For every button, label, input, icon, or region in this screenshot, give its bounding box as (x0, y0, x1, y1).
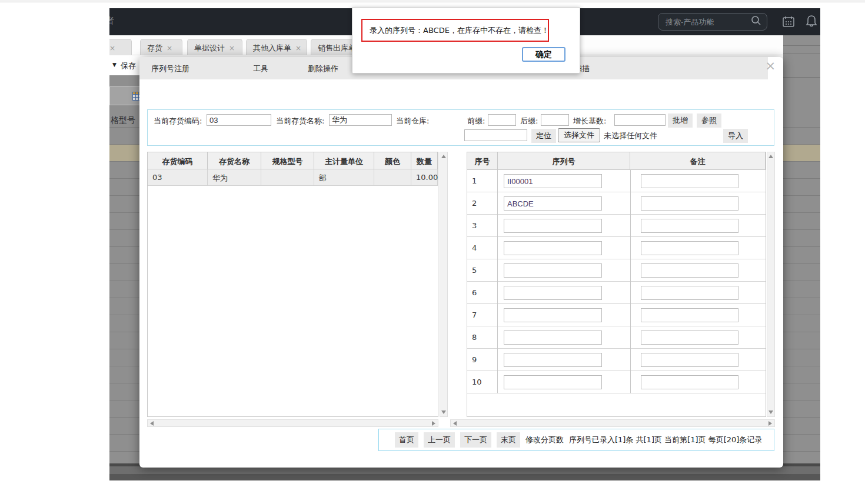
tab-close-icon[interactable]: × (167, 44, 172, 52)
serial-row-number: 6 (467, 282, 498, 304)
stock-cell[interactable]: 10.00 (411, 169, 438, 186)
ok-button[interactable]: 确定 (522, 47, 565, 62)
scroll-left-icon[interactable] (150, 421, 154, 426)
note-input-9[interactable] (641, 353, 738, 367)
modify-page-size-button[interactable]: 修改分页数 (525, 435, 564, 445)
tab-close-icon[interactable]: × (229, 44, 235, 52)
serial-col-header: 序号 (467, 152, 498, 170)
search-input[interactable] (658, 18, 751, 26)
serial-row-5: 5 (467, 259, 766, 282)
stock-table-hscrollbar[interactable] (147, 419, 438, 427)
next-page-button[interactable]: 下一页 (460, 432, 491, 448)
bell-icon[interactable] (804, 14, 819, 32)
import-button[interactable]: 导入 (723, 129, 748, 143)
scroll-right-icon[interactable] (432, 421, 435, 426)
stock-table-vscrollbar[interactable] (440, 152, 448, 417)
scroll-down-icon[interactable] (441, 410, 446, 414)
serial-col-header: 序列号 (498, 152, 630, 170)
menu-item-2[interactable]: 工具 (253, 64, 268, 74)
file-status-text: 未选择任何文件 (604, 131, 657, 141)
tab-label: 存货 (147, 44, 162, 52)
choose-file-button[interactable]: 选择文件 (558, 128, 600, 142)
current-warehouse-label: 当前仓库: (396, 116, 429, 126)
stock-cell[interactable] (261, 169, 314, 186)
serial-row-8: 8 (467, 326, 766, 349)
prev-page-button[interactable]: 上一页 (424, 432, 455, 448)
tab-3[interactable]: 单据设计× (187, 39, 242, 55)
stock-col-header: 存货编码 (148, 152, 208, 169)
menu-item-1[interactable]: 序列号注册 (151, 64, 189, 74)
serial-row-number: 10 (467, 371, 498, 393)
serial-input-2[interactable] (504, 196, 602, 211)
pagination-bar: 首页 上一页 下一页 末页 修改分页数 序列号已录入[1]条 共[1]页 当前第… (378, 429, 774, 451)
serial-input-1[interactable] (504, 174, 602, 188)
stock-col-header: 规格型号 (261, 152, 314, 169)
note-input-2[interactable] (641, 196, 738, 211)
serial-row-number: 5 (467, 259, 498, 282)
reference-button[interactable]: 参照 (697, 114, 721, 128)
locate-button[interactable]: 定位 (531, 129, 556, 143)
note-input-4[interactable] (641, 241, 738, 255)
close-icon[interactable]: × (765, 59, 776, 73)
batch-increase-button[interactable]: 批增 (668, 114, 693, 128)
serial-input-9[interactable] (504, 353, 602, 367)
serial-table-vscrollbar[interactable] (767, 152, 775, 417)
save-button[interactable]: 保存 (121, 61, 136, 71)
current-stock-name-input[interactable] (329, 114, 392, 126)
modal-overlay-right (783, 35, 820, 75)
growth-base-input[interactable] (614, 114, 666, 126)
background-column-label: 格型号 (111, 115, 135, 126)
serial-table-hscrollbar[interactable] (450, 419, 775, 427)
note-input-8[interactable] (641, 331, 738, 345)
serial-row-number: 4 (467, 237, 498, 259)
scroll-up-icon[interactable] (441, 155, 446, 158)
error-popup: 录入的序列号：ABCDE，在库存中不存在，请检查！ 确定 (352, 7, 580, 74)
tab-2[interactable]: 存货× (140, 39, 182, 55)
serial-input-7[interactable] (504, 308, 602, 322)
serial-input-4[interactable] (504, 241, 602, 255)
scroll-down-icon[interactable] (768, 410, 773, 414)
note-input-1[interactable] (641, 174, 738, 188)
first-page-button[interactable]: 首页 (395, 432, 418, 448)
stock-cell[interactable]: 部 (314, 169, 374, 186)
note-input-7[interactable] (641, 308, 738, 322)
serial-input-5[interactable] (504, 263, 602, 278)
stock-cell[interactable] (374, 169, 411, 186)
serial-input-3[interactable] (504, 219, 602, 233)
suffix-input[interactable] (541, 114, 569, 126)
serial-row-1: 1 (467, 170, 766, 192)
search-icon[interactable] (751, 15, 761, 28)
tab-4[interactable]: 其他入库单× (246, 39, 307, 55)
serial-input-8[interactable] (504, 331, 602, 345)
locate-input[interactable] (464, 129, 527, 141)
current-stock-code-input[interactable] (207, 114, 271, 126)
chevron-down-icon[interactable]: ▼ (112, 62, 117, 68)
scroll-left-icon[interactable] (453, 421, 457, 426)
note-input-6[interactable] (641, 286, 738, 300)
scroll-up-icon[interactable] (768, 155, 773, 158)
header-partial-title: 者 (109, 15, 118, 28)
scroll-right-icon[interactable] (768, 421, 772, 426)
tab-1[interactable]: 式× (109, 39, 132, 55)
calendar-icon[interactable] (782, 15, 795, 31)
serial-input-6[interactable] (504, 286, 602, 300)
page: 者 式×存货×单据设计×其他入库单×销售出库单 ▼ 保存 (0, 0, 865, 504)
serial-col-header: 备注 (630, 152, 766, 170)
serial-row-7: 7 (467, 304, 766, 326)
tab-close-icon[interactable]: × (295, 44, 301, 52)
serial-row-number: 2 (467, 192, 498, 215)
serial-input-10[interactable] (504, 375, 602, 389)
prefix-input[interactable] (488, 114, 516, 126)
product-search-box[interactable] (658, 13, 767, 31)
serial-table: 序号序列号备注12345678910 (467, 152, 766, 417)
note-input-10[interactable] (641, 375, 738, 389)
tab-close-icon[interactable]: × (109, 44, 115, 52)
note-input-3[interactable] (641, 219, 738, 233)
stock-cell[interactable]: 03 (148, 169, 208, 186)
serial-row-number: 7 (467, 304, 498, 326)
last-page-button[interactable]: 末页 (497, 432, 520, 448)
note-input-5[interactable] (641, 263, 738, 278)
menu-item-3[interactable]: 删除操作 (308, 64, 338, 74)
stock-cell[interactable]: 华为 (208, 169, 261, 186)
dialog-form: 当前存货编码: 当前存货名称: 当前仓库: 前缀: 后缀: 增长基数: 批增 参… (147, 109, 774, 146)
